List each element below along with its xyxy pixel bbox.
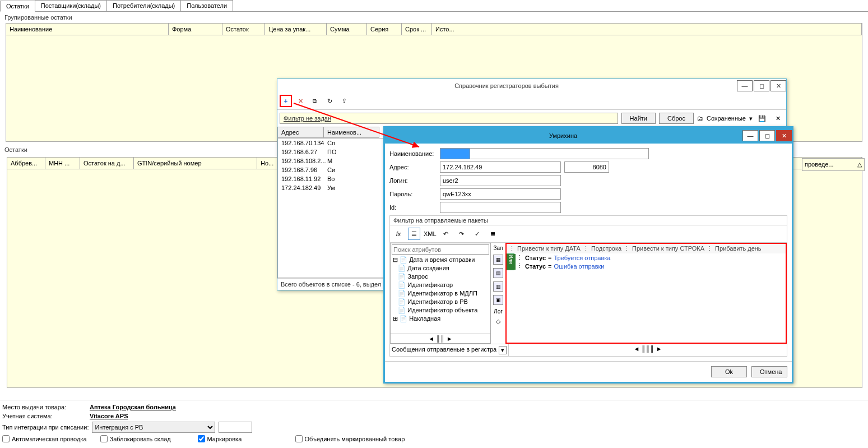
tab-ostatki[interactable]: Остатки	[0, 1, 35, 12]
icon-2[interactable]: ▤	[493, 268, 503, 278]
log-label: Лог	[494, 308, 503, 315]
attr-node[interactable]: 📄 Запрос	[391, 273, 490, 281]
filter-input[interactable]: Фильтр не задан	[280, 113, 618, 124]
chk-mark[interactable]: Маркировка	[198, 435, 282, 442]
expand-icon[interactable]: ◇	[496, 318, 500, 325]
close-button[interactable]: ✕	[776, 130, 792, 141]
chk-auto[interactable]: Автоматическая проводка	[2, 435, 87, 442]
add-button[interactable]: +	[280, 95, 292, 107]
reset-button[interactable]: Сброс	[659, 113, 694, 124]
col-name2[interactable]: Наименов...	[323, 127, 379, 138]
check-button[interactable]: ✓	[471, 228, 484, 240]
col-expiry[interactable]: Срок ...	[402, 24, 432, 35]
integration-select[interactable]: Интеграция с РВ	[92, 422, 215, 433]
cell-addr: 192.168.11.92	[278, 174, 324, 183]
zap-label: Зап	[493, 245, 503, 251]
list-button[interactable]: ≣	[487, 228, 499, 240]
cancel-button[interactable]: Отмена	[751, 366, 787, 377]
copy-button[interactable]: ⧉	[309, 95, 321, 107]
col-name[interactable]: Наименование	[6, 24, 169, 35]
condition-row[interactable]: ⋮Статус = Ошибка отправки	[514, 262, 786, 270]
func[interactable]: Подстрока	[591, 245, 621, 252]
cond-functions: ⋮Привести к типу ДАТА ⋮Подстрока ⋮Привес…	[507, 244, 786, 253]
dlg1-titlebar[interactable]: Справочник регистраторов выбытия — ◻ ✕	[277, 79, 786, 93]
attr-node[interactable]: 📄 Дата создания	[391, 264, 490, 273]
tree-button[interactable]: ☰	[408, 228, 420, 240]
delete-button[interactable]: ✕	[294, 95, 307, 107]
tab-users[interactable]: Пользователи	[180, 0, 233, 11]
id-field[interactable]	[440, 202, 561, 213]
sort-icon[interactable]: △	[857, 161, 862, 168]
attr-node[interactable]: 📄 Идентификатор в МДЛП	[391, 289, 490, 298]
maximize-button[interactable]: ◻	[754, 80, 769, 91]
close-button[interactable]: ✕	[770, 80, 786, 91]
attr-search-input[interactable]	[392, 244, 489, 255]
attr-tree[interactable]: ⊟ 📄 Дата и время отправки 📄 Дата создани…	[391, 256, 490, 334]
redo-button[interactable]: ↷	[456, 228, 468, 240]
col-price[interactable]: Цена за упак...	[265, 24, 327, 35]
find-button[interactable]: Найти	[621, 113, 656, 124]
label-system: Учетная система:	[2, 413, 86, 419]
icon-4[interactable]: ▣	[493, 295, 503, 305]
fx-button[interactable]: fx	[392, 228, 405, 240]
minimize-button[interactable]: —	[737, 80, 753, 91]
address-field[interactable]	[440, 161, 561, 173]
cell-name: Сп	[324, 138, 338, 147]
attr-node[interactable]: 📄 Идентификатор	[391, 281, 490, 289]
col-form[interactable]: Форма	[169, 24, 222, 35]
cell-name: М	[324, 156, 336, 165]
cond-hscroll[interactable]: ◄ ║║║ ►	[508, 344, 787, 356]
tab-suppliers[interactable]: Поставщики(склады)	[35, 0, 107, 11]
col-mnn[interactable]: МНН ...	[45, 158, 80, 169]
func[interactable]: Привести к типу СТРОКА	[632, 245, 704, 252]
login-field[interactable]	[440, 175, 561, 186]
minimize-button[interactable]: —	[742, 130, 758, 141]
func[interactable]: Привести к типу ДАТА	[517, 245, 581, 252]
password-field[interactable]	[440, 188, 561, 200]
col-provede[interactable]: проведе...	[805, 161, 834, 168]
icon-1[interactable]: ▦	[493, 255, 503, 265]
ok-button[interactable]: Ok	[711, 366, 747, 377]
save-filter-button[interactable]: 💾	[756, 112, 768, 124]
col-gtin[interactable]: GTIN/серийный номер	[134, 158, 257, 169]
dialog-edit: Умрихина — ◻ ✕ Наименование: Адрес: Логи…	[383, 126, 793, 384]
attr-node[interactable]: 📄 Идентификатор объекта	[391, 306, 490, 315]
saved-dropdown[interactable]: Сохраненные	[707, 115, 746, 122]
export-button[interactable]: ⇪	[338, 95, 350, 107]
name-field-selected[interactable]	[440, 148, 470, 159]
col-abbr[interactable]: Аббрев...	[7, 158, 45, 169]
col-rest2[interactable]: Остаток на д...	[80, 158, 134, 169]
dlg2-titlebar[interactable]: Умрихина — ◻ ✕	[385, 128, 792, 144]
refresh-button[interactable]: ↻	[323, 95, 336, 107]
attr-node[interactable]: 📄 Идентификатор в РВ	[391, 298, 490, 306]
func[interactable]: Прибавить день	[715, 245, 762, 252]
attr-node[interactable]: ⊞ 📄 Накладная	[391, 315, 490, 323]
hscroll[interactable]: ◄ ║║ ►	[391, 334, 490, 343]
undo-button[interactable]: ↶	[440, 228, 452, 240]
cond-value[interactable]: Требуется отправка	[554, 255, 611, 261]
col-address[interactable]: Адрес	[277, 127, 323, 138]
fg-toolbar: fx ☰ XML ↶ ↷ ✓ ≣	[390, 225, 787, 243]
value-system[interactable]: Vitacore APS	[90, 413, 128, 419]
clear-filter-button[interactable]: ✕	[772, 112, 784, 124]
saved-caret[interactable]: ▾	[749, 115, 753, 122]
icon-3[interactable]: ▥	[493, 281, 503, 292]
tab-consumers[interactable]: Потребители(склады)	[106, 0, 181, 11]
chk-merge[interactable]: Объединять маркированный товар	[295, 435, 405, 442]
chk-block[interactable]: Заблокировать склад	[100, 435, 184, 442]
col-rest[interactable]: Остаток	[222, 24, 265, 35]
msg-dropdown[interactable]: ▾	[499, 346, 507, 354]
col-source[interactable]: Исто...	[432, 24, 862, 35]
col-series[interactable]: Серия	[367, 24, 402, 35]
col-sum[interactable]: Сумма	[327, 24, 367, 35]
attr-node[interactable]: ⊟ 📄 Дата и время отправки	[391, 256, 490, 264]
value-place[interactable]: Аптека Городская больница	[90, 404, 176, 410]
label-login: Логин:	[389, 177, 440, 184]
xml-label[interactable]: XML	[424, 230, 437, 237]
condition-row[interactable]: ⋮Статус = Требуется отправка	[514, 253, 786, 262]
maximize-button[interactable]: ◻	[759, 130, 775, 141]
cond-value[interactable]: Ошибка отправки	[554, 263, 605, 270]
integration-extra-field[interactable]	[219, 422, 252, 433]
port-field[interactable]	[564, 161, 609, 173]
name-field[interactable]	[470, 148, 649, 159]
